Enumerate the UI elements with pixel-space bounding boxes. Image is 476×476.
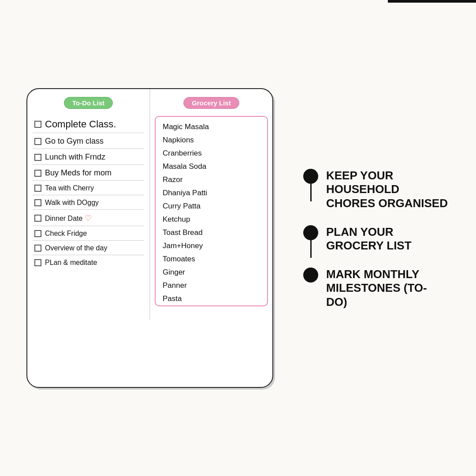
feature-item-3: MARK MONTHLYMILESTONES (TO-DO) [300,266,450,309]
dot-1 [303,169,318,184]
checkbox-7[interactable] [34,215,41,222]
heart-icon: ♡ [85,214,92,223]
grocery-item: Razor [163,173,260,186]
grocery-item: Panner [163,279,260,292]
todo-badge: To-Do List [64,97,113,109]
grocery-item: Dhaniya Patti [163,186,260,200]
todo-text: PLan & meditate [45,259,97,267]
todo-text: Overview of the day [45,244,107,252]
timeline-3 [300,266,322,283]
checkbox-5[interactable] [34,185,41,192]
timeline-line-1 [310,184,312,201]
checkbox-2[interactable] [34,138,41,145]
list-item: Walk with DOggy [33,195,144,210]
checkbox-3[interactable] [34,154,41,161]
timeline-2 [300,223,322,258]
checkbox-6[interactable] [34,199,41,206]
todo-text: Dinner Date ♡ [45,213,92,223]
grocery-item: Curry Patta [163,200,260,213]
todo-header: To-Do List [27,89,149,113]
dot-2 [303,225,318,240]
grocery-item: Tomoates [163,253,260,266]
feature-text-3: MARK MONTHLYMILESTONES (TO-DO) [322,266,427,309]
todo-text: Walk with DOggy [45,199,99,207]
grocery-item: Napkions [163,134,260,147]
dot-3 [303,268,318,283]
top-decoration [388,0,476,3]
todo-items: Complete Class. Go to Gym class Lunch wi… [27,113,149,269]
todo-panel: To-Do List Complete Class. Go to Gym cla… [27,89,150,320]
checkbox-4[interactable] [34,170,41,177]
checkbox-10[interactable] [34,259,41,266]
list-item: PLan & meditate [33,255,144,269]
main-container: To-Do List Complete Class. Go to Gym cla… [0,0,476,476]
todo-text: Complete Class. [45,119,116,130]
checkbox-8[interactable] [34,230,41,237]
features-panel: KEEP YOURHOUSEHOLDCHORES ORGANISED PLAN … [300,167,450,309]
grocery-item: Pasta [163,292,260,305]
todo-text: Go to Gym class [45,137,104,146]
list-item: Dinner Date ♡ [33,210,144,226]
todo-text: Check Fridge [45,230,87,238]
grocery-items: Magic Masala Napkions Cranberries Masala… [155,116,268,306]
grocery-panel: Grocery List Magic Masala Napkions Cranb… [150,89,272,320]
feature-item-2: PLAN YOURGROCERY LIST [300,223,450,266]
grocery-item: Jam+Honey [163,239,260,253]
grocery-item: Ketchup [163,213,260,226]
list-item: Buy Meds for mom [33,165,144,181]
feature-text-2: PLAN YOURGROCERY LIST [322,223,412,266]
grocery-item: Ginger [163,266,260,279]
grocery-item: Masala Soda [163,160,260,173]
checkbox-9[interactable] [34,245,41,252]
grocery-item: Toast Bread [163,226,260,239]
tablet-inner: To-Do List Complete Class. Go to Gym cla… [27,89,272,320]
list-item: Complete Class. [33,115,144,133]
list-item: Tea with Cherry [33,181,144,195]
grocery-badge: Grocery List [183,97,239,109]
tablet-card: To-Do List Complete Class. Go to Gym cla… [26,88,273,388]
timeline-line-2 [310,240,312,258]
grocery-item: Cranberries [163,147,260,160]
timeline-1 [300,167,322,201]
todo-text: Buy Meds for mom [45,168,112,178]
grocery-header: Grocery List [150,89,272,113]
checkbox-1[interactable] [34,121,41,128]
list-item: Go to Gym class [33,133,144,149]
todo-text: Tea with Cherry [45,184,94,192]
todo-text: Lunch with Frndz [45,152,105,162]
list-item: Overview of the day [33,241,144,255]
list-item: Lunch with Frndz [33,149,144,165]
feature-text-1: KEEP YOURHOUSEHOLDCHORES ORGANISED [322,167,448,223]
feature-item-1: KEEP YOURHOUSEHOLDCHORES ORGANISED [300,167,450,223]
grocery-item: Magic Masala [163,120,260,134]
list-item: Check Fridge [33,226,144,241]
